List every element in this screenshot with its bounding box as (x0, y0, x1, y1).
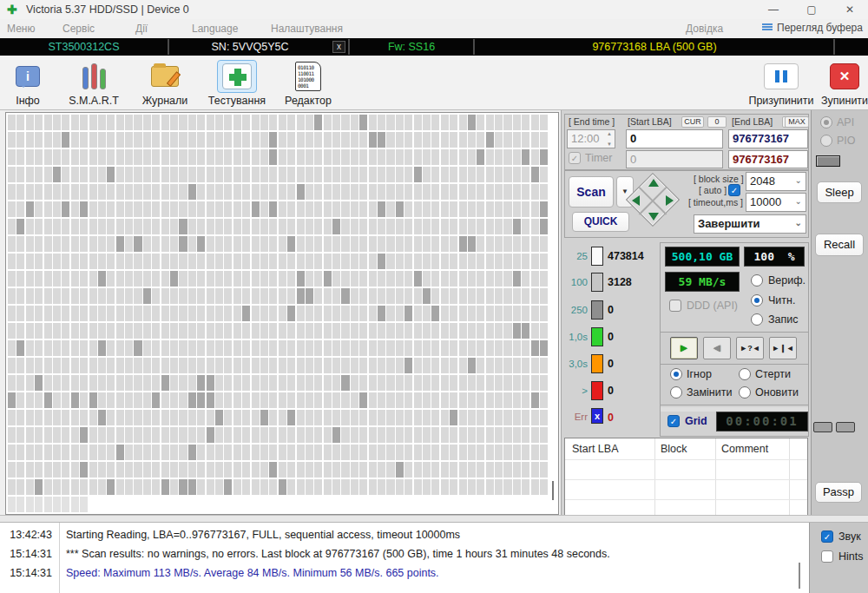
nav-up-arrow[interactable] (648, 179, 659, 187)
end-lba-max-button[interactable]: MAX (785, 116, 809, 128)
table-header-block[interactable]: Block (661, 443, 687, 455)
start-lba-cur-button[interactable]: CUR (681, 116, 704, 128)
play-button[interactable]: ► (670, 337, 698, 359)
block-cell (242, 462, 250, 478)
scan-button[interactable]: Scan (569, 176, 614, 208)
seek-question-button[interactable]: ►?◄ (736, 337, 764, 359)
buffer-view-button[interactable]: Перегляд буфера (762, 22, 863, 34)
timer-checkbox[interactable]: ✓ (569, 152, 581, 164)
menu-item-help[interactable]: Довідка (686, 23, 723, 35)
after-action-select[interactable]: Завершити⌄ (694, 214, 806, 234)
block-cell (134, 323, 141, 339)
block-size-select[interactable]: 2048⌄ (746, 172, 806, 191)
minimize-button[interactable]: — (759, 2, 788, 17)
block-cell (26, 358, 34, 373)
timer-input[interactable]: 0 (626, 150, 723, 168)
block-cell (80, 392, 88, 408)
spin-up-icon[interactable]: ▲ (607, 131, 612, 136)
block-cell (495, 184, 503, 200)
block-cell (359, 410, 367, 425)
ddd-checkbox[interactable] (669, 300, 681, 312)
device-serial-tab[interactable]: SN: 5VVQ5Y5C (170, 40, 330, 54)
stop-button[interactable]: ✕ Зупинити (810, 60, 868, 107)
auto-checkbox[interactable]: ✓ (728, 184, 740, 196)
testing-button[interactable]: Тестування (202, 60, 272, 107)
log-scrollbar[interactable] (799, 563, 800, 589)
action-radio-refresh[interactable] (739, 386, 751, 399)
menu-item-service[interactable]: Сервіс (62, 23, 95, 35)
nav-down-arrow[interactable] (648, 213, 659, 221)
maximize-button[interactable]: ▢ (797, 2, 826, 17)
block-cell (107, 427, 115, 443)
mode-radio-verify[interactable] (751, 274, 763, 287)
block-cell (351, 132, 358, 148)
block-cell (279, 445, 286, 460)
hints-checkbox[interactable] (821, 550, 833, 563)
api-radio[interactable] (820, 116, 832, 128)
journals-button[interactable]: Журнали (130, 60, 200, 107)
block-cell (486, 340, 494, 356)
block-cell (53, 132, 61, 148)
splitter[interactable] (0, 515, 868, 523)
block-cell (35, 392, 43, 408)
pause-button[interactable]: Призупинити (746, 60, 816, 107)
reverse-button[interactable]: ◄ (703, 337, 731, 359)
close-button[interactable]: ✕ (835, 2, 865, 17)
start-lba-zero-button[interactable]: 0 (707, 116, 727, 128)
action-radio-erase[interactable] (739, 368, 751, 380)
nav-left-arrow[interactable] (632, 195, 640, 206)
spin-down-icon[interactable]: ▼ (607, 142, 612, 147)
table-header-startlba[interactable]: Start LBA (572, 443, 619, 455)
mini-button-1[interactable] (813, 422, 832, 432)
end-lba-input[interactable]: 976773167 (728, 129, 808, 148)
timeout-select[interactable]: 10000⌄ (746, 193, 806, 212)
tab-close-button[interactable]: x (332, 41, 345, 53)
block-cell (324, 201, 332, 217)
menu-item-menu[interactable]: Меню (7, 23, 35, 35)
device-model-tab[interactable]: ST3500312CS (0, 40, 168, 54)
info-button[interactable]: i Інфо (0, 60, 62, 107)
block-cell (53, 201, 61, 217)
block-cell (477, 340, 484, 356)
block-cell (314, 340, 322, 356)
action-radio-ignore[interactable] (670, 368, 682, 380)
mode-radio-write[interactable] (751, 313, 763, 326)
mode-radio-read[interactable] (751, 294, 763, 306)
block-cell (16, 375, 24, 391)
start-lba-input[interactable]: 0 (626, 129, 723, 148)
block-cell (522, 167, 529, 182)
quick-button[interactable]: QUICK (572, 212, 629, 232)
nav-right-arrow[interactable] (666, 195, 674, 206)
block-cell (197, 236, 205, 252)
sound-checkbox[interactable]: ✓ (821, 530, 833, 543)
smart-button[interactable]: S.M.A.R.T (59, 60, 128, 107)
editor-button[interactable]: 010110 110011 101000 0001 Редактор (273, 60, 343, 107)
device-firmware-tab[interactable]: Fw: SS16 (351, 40, 472, 54)
grid-checkbox[interactable]: ✓ (667, 415, 680, 427)
block-cell (404, 445, 412, 460)
menu-item-language[interactable]: Language (192, 23, 238, 35)
recall-button[interactable]: Recall (815, 234, 864, 256)
block-cell (215, 184, 223, 200)
block-cell (89, 358, 97, 373)
block-cell (287, 462, 295, 478)
block-cell (89, 132, 97, 148)
block-cell (53, 288, 61, 304)
sleep-button[interactable]: Sleep (817, 181, 862, 203)
action-radio-replace[interactable] (670, 386, 682, 399)
menu-item-actions[interactable]: Дії (135, 23, 148, 35)
end-time-spinner[interactable]: 12:00 ▲ ▼ (567, 129, 615, 148)
menu-item-settings[interactable]: Налаштування (271, 23, 343, 35)
grid-scrollbar[interactable] (552, 481, 554, 500)
passp-button[interactable]: Passp (815, 482, 862, 503)
block-cell (450, 410, 457, 425)
block-cell (242, 271, 250, 287)
block-cell (233, 410, 241, 425)
mini-button-2[interactable] (836, 422, 855, 432)
pio-radio[interactable] (820, 135, 832, 147)
table-header-comment[interactable]: Comment (721, 443, 768, 455)
block-cell (324, 149, 332, 165)
block-cell (188, 323, 196, 339)
nav-diamond[interactable] (626, 173, 680, 227)
seek-edge-button[interactable]: ►❙◄ (769, 337, 797, 359)
